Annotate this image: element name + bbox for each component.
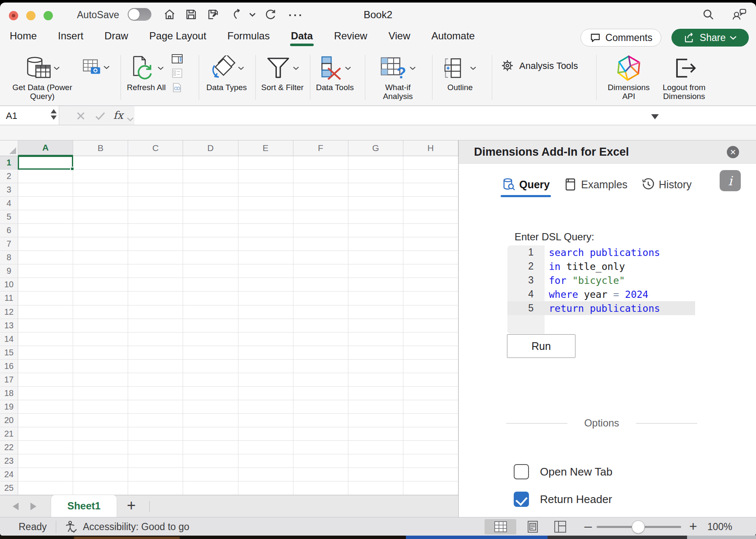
cell-f23[interactable]	[293, 454, 348, 468]
row-header-5[interactable]: 5	[0, 210, 18, 224]
menu-tab-page-layout[interactable]: Page Layout	[149, 30, 206, 43]
row-header-10[interactable]: 10	[0, 278, 18, 292]
dimensions-api-button[interactable]: Dimensions API	[603, 47, 655, 105]
cell-b25[interactable]	[73, 481, 128, 495]
cell-b20[interactable]	[73, 414, 128, 427]
cell-b8[interactable]	[73, 251, 128, 264]
cell-a23[interactable]	[18, 454, 73, 468]
editor-empty-area[interactable]	[507, 315, 695, 334]
cell-d4[interactable]	[183, 197, 238, 210]
cell-h9[interactable]	[403, 264, 458, 278]
cell-f12[interactable]	[293, 305, 348, 319]
cell-e15[interactable]	[238, 346, 293, 360]
cell-f13[interactable]	[293, 319, 348, 333]
cell-g17[interactable]	[348, 373, 403, 387]
cell-g5[interactable]	[348, 210, 403, 224]
cell-e22[interactable]	[238, 441, 293, 454]
menu-tab-draw[interactable]: Draw	[104, 30, 128, 43]
cell-a2[interactable]	[18, 170, 73, 183]
cell-h12[interactable]	[403, 305, 458, 319]
cell-d19[interactable]	[183, 400, 238, 414]
formula-input[interactable]	[134, 106, 756, 125]
cell-c8[interactable]	[128, 251, 183, 264]
cell-b1[interactable]	[73, 156, 128, 170]
dsl-query-editor[interactable]: 1search publications2in title_only3for "…	[507, 245, 695, 334]
cell-b9[interactable]	[73, 264, 128, 278]
outline-button[interactable]: Outline	[438, 47, 482, 105]
cell-b23[interactable]	[73, 454, 128, 468]
cell-a24[interactable]	[18, 468, 73, 481]
what-if-analysis-button[interactable]: ? What-if Analysis	[371, 47, 425, 105]
cell-c3[interactable]	[128, 183, 183, 197]
cell-g20[interactable]	[348, 414, 403, 427]
row-header-6[interactable]: 6	[0, 224, 18, 237]
cell-f24[interactable]	[293, 468, 348, 481]
cell-f14[interactable]	[293, 333, 348, 346]
cell-a21[interactable]	[18, 427, 73, 441]
cell-d2[interactable]	[183, 170, 238, 183]
cell-c20[interactable]	[128, 414, 183, 427]
cell-g21[interactable]	[348, 427, 403, 441]
comments-button[interactable]: Comments	[581, 29, 661, 47]
task-pane-close-button[interactable]: ✕	[727, 146, 739, 158]
menu-tab-review[interactable]: Review	[334, 30, 367, 43]
cell-c21[interactable]	[128, 427, 183, 441]
dsl-line-3[interactable]: 3for "bicycle"	[507, 273, 695, 287]
row-header-21[interactable]: 21	[0, 427, 18, 441]
cell-d16[interactable]	[183, 360, 238, 373]
row-header-7[interactable]: 7	[0, 237, 18, 251]
search-icon[interactable]	[702, 8, 715, 21]
cell-c17[interactable]	[128, 373, 183, 387]
cell-e20[interactable]	[238, 414, 293, 427]
cell-g6[interactable]	[348, 224, 403, 237]
cell-g1[interactable]	[348, 156, 403, 170]
cell-h6[interactable]	[403, 224, 458, 237]
cell-a14[interactable]	[18, 333, 73, 346]
cell-f1[interactable]	[293, 156, 348, 170]
cell-h11[interactable]	[403, 292, 458, 305]
cell-b17[interactable]	[73, 373, 128, 387]
cancel-entry-icon[interactable]	[74, 110, 87, 122]
cell-g10[interactable]	[348, 278, 403, 292]
cell-g14[interactable]	[348, 333, 403, 346]
cell-g23[interactable]	[348, 454, 403, 468]
cell-g16[interactable]	[348, 360, 403, 373]
cell-g18[interactable]	[348, 387, 403, 400]
cell-c7[interactable]	[128, 237, 183, 251]
cell-g24[interactable]	[348, 468, 403, 481]
cell-f19[interactable]	[293, 400, 348, 414]
cell-f8[interactable]	[293, 251, 348, 264]
row-header-17[interactable]: 17	[0, 373, 18, 387]
cell-c12[interactable]	[128, 305, 183, 319]
insert-function-button[interactable]: fx	[113, 109, 123, 121]
cell-h15[interactable]	[403, 346, 458, 360]
cell-d6[interactable]	[183, 224, 238, 237]
cell-h23[interactable]	[403, 454, 458, 468]
cell-d22[interactable]	[183, 441, 238, 454]
row-header-18[interactable]: 18	[0, 387, 18, 400]
queries-connections-icon[interactable]	[171, 53, 183, 64]
row-header-20[interactable]: 20	[0, 414, 18, 427]
cell-b3[interactable]	[73, 183, 128, 197]
account-people-icon[interactable]	[731, 8, 747, 21]
cell-a5[interactable]	[18, 210, 73, 224]
row-header-3[interactable]: 3	[0, 183, 18, 197]
cell-h8[interactable]	[403, 251, 458, 264]
select-all-corner[interactable]	[0, 140, 18, 156]
cell-b14[interactable]	[73, 333, 128, 346]
view-page-break-button[interactable]	[554, 521, 567, 533]
cell-h18[interactable]	[403, 387, 458, 400]
cell-a16[interactable]	[18, 360, 73, 373]
cell-a4[interactable]	[18, 197, 73, 210]
cell-e21[interactable]	[238, 427, 293, 441]
cell-a3[interactable]	[18, 183, 73, 197]
cell-g8[interactable]	[348, 251, 403, 264]
cell-d13[interactable]	[183, 319, 238, 333]
cell-c24[interactable]	[128, 468, 183, 481]
column-header-d[interactable]: D	[183, 140, 238, 156]
cell-g12[interactable]	[348, 305, 403, 319]
cell-f25[interactable]	[293, 481, 348, 495]
cell-e7[interactable]	[238, 237, 293, 251]
zoom-slider-thumb[interactable]	[632, 520, 645, 534]
cell-f6[interactable]	[293, 224, 348, 237]
